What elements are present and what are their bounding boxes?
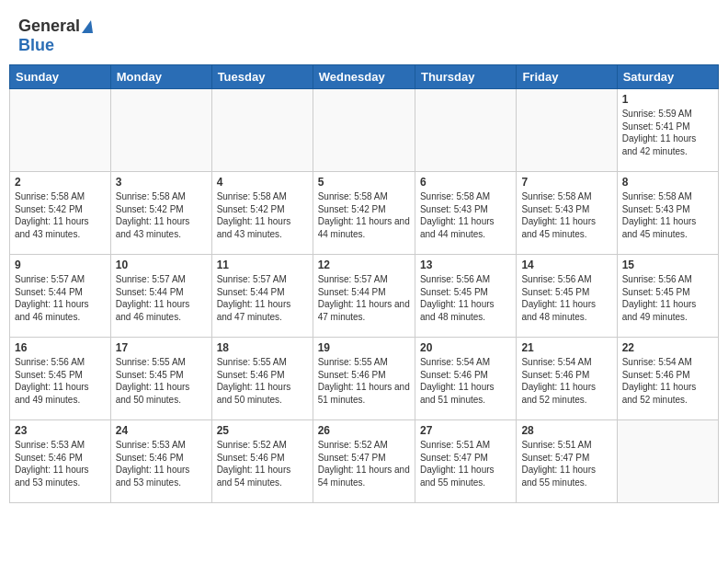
calendar-cell: 12Sunrise: 5:57 AM Sunset: 5:44 PM Dayli… xyxy=(313,255,415,338)
day-info: Sunrise: 5:56 AM Sunset: 5:45 PM Dayligh… xyxy=(622,273,713,323)
calendar-header-monday: Monday xyxy=(110,65,211,89)
calendar-cell: 22Sunrise: 5:54 AM Sunset: 5:46 PM Dayli… xyxy=(617,338,718,420)
day-info: Sunrise: 5:51 AM Sunset: 5:47 PM Dayligh… xyxy=(521,439,611,488)
day-info: Sunrise: 5:58 AM Sunset: 5:43 PM Dayligh… xyxy=(420,190,511,240)
day-number: 15 xyxy=(622,259,713,271)
day-info: Sunrise: 5:58 AM Sunset: 5:42 PM Dayligh… xyxy=(15,190,106,240)
page-header: General Blue xyxy=(9,9,719,59)
day-info: Sunrise: 5:52 AM Sunset: 5:47 PM Dayligh… xyxy=(318,439,410,488)
day-number: 28 xyxy=(521,424,611,437)
calendar-cell: 18Sunrise: 5:55 AM Sunset: 5:46 PM Dayli… xyxy=(211,338,313,420)
day-number: 14 xyxy=(521,259,611,271)
day-info: Sunrise: 5:56 AM Sunset: 5:45 PM Dayligh… xyxy=(15,356,106,406)
calendar-cell: 9Sunrise: 5:57 AM Sunset: 5:44 PM Daylig… xyxy=(10,255,111,338)
day-number: 24 xyxy=(116,424,207,437)
calendar-header-wednesday: Wednesday xyxy=(313,65,415,89)
day-info: Sunrise: 5:58 AM Sunset: 5:42 PM Dayligh… xyxy=(116,190,207,240)
day-number: 21 xyxy=(521,341,611,354)
day-number: 5 xyxy=(318,176,410,189)
calendar-week-4: 16Sunrise: 5:56 AM Sunset: 5:45 PM Dayli… xyxy=(10,338,719,420)
day-info: Sunrise: 5:55 AM Sunset: 5:45 PM Dayligh… xyxy=(116,356,207,406)
calendar-header-friday: Friday xyxy=(517,65,617,89)
logo: General Blue xyxy=(18,17,93,55)
day-number: 9 xyxy=(15,259,106,271)
calendar-cell: 21Sunrise: 5:54 AM Sunset: 5:46 PM Dayli… xyxy=(517,338,617,420)
calendar-cell: 13Sunrise: 5:56 AM Sunset: 5:45 PM Dayli… xyxy=(415,255,516,338)
calendar-cell: 3Sunrise: 5:58 AM Sunset: 5:42 PM Daylig… xyxy=(110,172,211,255)
day-info: Sunrise: 5:56 AM Sunset: 5:45 PM Dayligh… xyxy=(420,273,511,323)
day-info: Sunrise: 5:57 AM Sunset: 5:44 PM Dayligh… xyxy=(15,273,106,323)
day-info: Sunrise: 5:57 AM Sunset: 5:44 PM Dayligh… xyxy=(217,273,308,323)
calendar-cell xyxy=(617,420,718,503)
calendar-cell: 5Sunrise: 5:58 AM Sunset: 5:42 PM Daylig… xyxy=(313,172,415,255)
day-info: Sunrise: 5:54 AM Sunset: 5:46 PM Dayligh… xyxy=(420,356,511,406)
logo-general-text: General xyxy=(18,17,93,36)
calendar-header-saturday: Saturday xyxy=(617,65,718,89)
day-number: 23 xyxy=(15,424,106,437)
day-number: 19 xyxy=(318,341,410,354)
calendar-cell xyxy=(415,89,516,172)
day-number: 10 xyxy=(116,259,207,271)
calendar-cell xyxy=(110,89,211,172)
day-number: 4 xyxy=(217,176,308,189)
logo-blue-text: Blue xyxy=(18,36,54,55)
day-number: 17 xyxy=(116,341,207,354)
calendar-week-1: 1Sunrise: 5:59 AM Sunset: 5:41 PM Daylig… xyxy=(10,89,719,172)
calendar-cell: 11Sunrise: 5:57 AM Sunset: 5:44 PM Dayli… xyxy=(211,255,313,338)
day-number: 11 xyxy=(217,259,308,271)
calendar-cell: 16Sunrise: 5:56 AM Sunset: 5:45 PM Dayli… xyxy=(10,338,111,420)
day-info: Sunrise: 5:57 AM Sunset: 5:44 PM Dayligh… xyxy=(318,273,410,323)
day-number: 25 xyxy=(217,424,308,437)
day-info: Sunrise: 5:58 AM Sunset: 5:42 PM Dayligh… xyxy=(217,190,308,240)
day-number: 2 xyxy=(15,176,106,189)
day-number: 27 xyxy=(420,424,511,437)
calendar-cell: 26Sunrise: 5:52 AM Sunset: 5:47 PM Dayli… xyxy=(313,420,415,503)
day-info: Sunrise: 5:55 AM Sunset: 5:46 PM Dayligh… xyxy=(217,356,308,406)
calendar-header-tuesday: Tuesday xyxy=(211,65,313,89)
day-number: 13 xyxy=(420,259,511,271)
day-number: 1 xyxy=(622,93,713,106)
day-info: Sunrise: 5:53 AM Sunset: 5:46 PM Dayligh… xyxy=(116,439,207,488)
day-info: Sunrise: 5:56 AM Sunset: 5:45 PM Dayligh… xyxy=(521,273,611,323)
day-info: Sunrise: 5:59 AM Sunset: 5:41 PM Dayligh… xyxy=(622,108,713,157)
day-number: 12 xyxy=(318,259,410,271)
day-info: Sunrise: 5:53 AM Sunset: 5:46 PM Dayligh… xyxy=(15,439,106,488)
calendar-header-sunday: Sunday xyxy=(10,65,111,89)
day-number: 22 xyxy=(622,341,713,354)
calendar-cell: 28Sunrise: 5:51 AM Sunset: 5:47 PM Dayli… xyxy=(517,420,617,503)
calendar-header-row: SundayMondayTuesdayWednesdayThursdayFrid… xyxy=(10,65,719,89)
calendar-table: SundayMondayTuesdayWednesdayThursdayFrid… xyxy=(9,64,719,503)
calendar-cell: 25Sunrise: 5:52 AM Sunset: 5:46 PM Dayli… xyxy=(211,420,313,503)
calendar-cell: 23Sunrise: 5:53 AM Sunset: 5:46 PM Dayli… xyxy=(10,420,111,503)
calendar-cell: 20Sunrise: 5:54 AM Sunset: 5:46 PM Dayli… xyxy=(415,338,516,420)
calendar-cell: 1Sunrise: 5:59 AM Sunset: 5:41 PM Daylig… xyxy=(617,89,718,172)
day-number: 7 xyxy=(521,176,611,189)
calendar-cell: 14Sunrise: 5:56 AM Sunset: 5:45 PM Dayli… xyxy=(517,255,617,338)
day-number: 8 xyxy=(622,176,713,189)
calendar-cell: 7Sunrise: 5:58 AM Sunset: 5:43 PM Daylig… xyxy=(517,172,617,255)
calendar-week-2: 2Sunrise: 5:58 AM Sunset: 5:42 PM Daylig… xyxy=(10,172,719,255)
calendar-cell xyxy=(517,89,617,172)
calendar-cell xyxy=(211,89,313,172)
calendar-cell: 15Sunrise: 5:56 AM Sunset: 5:45 PM Dayli… xyxy=(617,255,718,338)
day-info: Sunrise: 5:57 AM Sunset: 5:44 PM Dayligh… xyxy=(116,273,207,323)
day-info: Sunrise: 5:58 AM Sunset: 5:42 PM Dayligh… xyxy=(318,190,410,240)
calendar-cell: 6Sunrise: 5:58 AM Sunset: 5:43 PM Daylig… xyxy=(415,172,516,255)
day-info: Sunrise: 5:55 AM Sunset: 5:46 PM Dayligh… xyxy=(318,356,410,406)
calendar-cell: 17Sunrise: 5:55 AM Sunset: 5:45 PM Dayli… xyxy=(110,338,211,420)
day-number: 3 xyxy=(116,176,207,189)
day-info: Sunrise: 5:54 AM Sunset: 5:46 PM Dayligh… xyxy=(521,356,611,406)
day-number: 18 xyxy=(217,341,308,354)
calendar-cell: 4Sunrise: 5:58 AM Sunset: 5:42 PM Daylig… xyxy=(211,172,313,255)
calendar-cell: 27Sunrise: 5:51 AM Sunset: 5:47 PM Dayli… xyxy=(415,420,516,503)
day-number: 16 xyxy=(15,341,106,354)
calendar-week-3: 9Sunrise: 5:57 AM Sunset: 5:44 PM Daylig… xyxy=(10,255,719,338)
day-number: 6 xyxy=(420,176,511,189)
day-number: 26 xyxy=(318,424,410,437)
day-info: Sunrise: 5:51 AM Sunset: 5:47 PM Dayligh… xyxy=(420,439,511,488)
day-number: 20 xyxy=(420,341,511,354)
calendar-week-5: 23Sunrise: 5:53 AM Sunset: 5:46 PM Dayli… xyxy=(10,420,719,503)
day-info: Sunrise: 5:58 AM Sunset: 5:43 PM Dayligh… xyxy=(521,190,611,240)
calendar-cell: 19Sunrise: 5:55 AM Sunset: 5:46 PM Dayli… xyxy=(313,338,415,420)
calendar-cell xyxy=(313,89,415,172)
